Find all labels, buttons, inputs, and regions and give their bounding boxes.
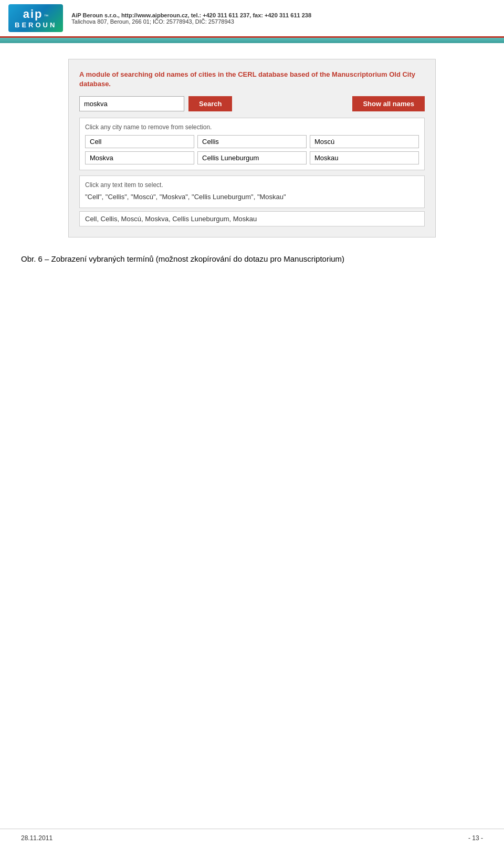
text-instruction: Click any text item to select. <box>85 181 419 189</box>
logo-beroun-text: BEROUN <box>15 21 57 29</box>
page-header: aip ™ BEROUN AiP Beroun s.r.o., http://w… <box>0 0 504 38</box>
module-title: A module of searching old names of citie… <box>79 70 425 89</box>
company-line1: AiP Beroun s.r.o., http://www.aipberoun.… <box>71 12 311 18</box>
city-cell-cellis[interactable]: Cellis <box>197 135 307 148</box>
search-row: Search Show all names <box>79 96 425 111</box>
app-screenshot: A module of searching old names of citie… <box>68 59 436 237</box>
search-input[interactable] <box>79 96 184 111</box>
text-output-area: Click any text item to select. "Cell", "… <box>79 175 425 208</box>
city-cell-cell[interactable]: Cell <box>85 135 194 148</box>
results-area: Click any city name to remove from selec… <box>79 118 425 170</box>
caption-text: Obr. 6 – Zobrazení vybraných termínů (mo… <box>21 254 344 263</box>
logo-tm: ™ <box>44 14 49 19</box>
results-instruction: Click any city name to remove from selec… <box>85 123 419 131</box>
plain-output[interactable]: Cell, Cellis, Moscú, Moskva, Cellis Lune… <box>79 211 425 226</box>
city-cell-moscu[interactable]: Moscú <box>310 135 419 148</box>
figure-caption: Obr. 6 – Zobrazení vybraných termínů (mo… <box>21 253 483 265</box>
quoted-output[interactable]: "Cell", "Cellis", "Moscú", "Moskva", "Ce… <box>85 192 419 202</box>
teal-bar <box>0 38 504 43</box>
logo-aip-text: aip <box>23 7 43 21</box>
city-cell-moskva[interactable]: Moskva <box>85 151 194 164</box>
city-grid: Cell Cellis Moscú Moskva Cellis Luneburg… <box>85 135 419 164</box>
show-all-names-button[interactable]: Show all names <box>352 96 425 111</box>
city-cell-moskau[interactable]: Moskau <box>310 151 419 164</box>
header-company-info: AiP Beroun s.r.o., http://www.aipberoun.… <box>71 12 311 25</box>
company-line2: Talichova 807, Beroun, 266 01; IČO: 2577… <box>71 18 311 25</box>
city-cell-cellis-luneburgum[interactable]: Cellis Luneburgum <box>197 151 307 164</box>
main-content: A module of searching old names of citie… <box>0 43 504 296</box>
logo-box: aip ™ BEROUN <box>8 4 63 32</box>
search-button[interactable]: Search <box>188 96 232 111</box>
